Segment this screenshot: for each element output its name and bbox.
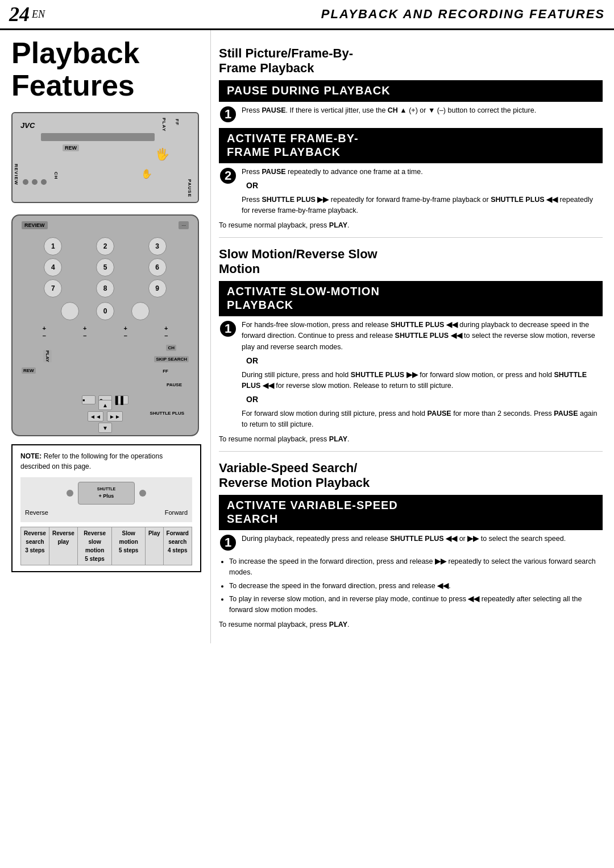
- resume-line-2: To resume normal playback, press PLAY.: [219, 435, 603, 443]
- page-header: 24 EN PLAYBACK AND RECORDING FEATURES: [0, 0, 614, 30]
- step1-pause-row: 1 Press PAUSE. If there is vertical jitt…: [219, 105, 603, 123]
- note-box: NOTE: Refer to the following for the ope…: [11, 444, 201, 572]
- shuttle-col-rev-play: Reverseplay: [49, 527, 77, 565]
- remote-btn-1[interactable]: 1: [44, 237, 62, 255]
- shuttle-col-play: Play: [145, 527, 163, 565]
- vcr-tape-slot: [41, 133, 155, 141]
- vcr-ff-label: FF: [175, 119, 180, 126]
- remote-up-btn[interactable]: ▲: [98, 400, 112, 410]
- remote-right-btn[interactable]: ►►: [107, 411, 123, 421]
- step2-frame-content: Press PAUSE repeatedly to advance one fr…: [242, 167, 603, 217]
- vcr-brand-label: JVC: [20, 121, 35, 130]
- page-number-suffix: EN: [32, 9, 45, 20]
- shuttle-left-arrow: [67, 490, 73, 497]
- remote-plus-group-3: + –: [124, 325, 127, 339]
- vcr-dot-1: [23, 179, 28, 185]
- step-slow-content: For hands-free slow-motion, press and re…: [242, 320, 603, 431]
- minus-icon-4: –: [164, 332, 168, 339]
- step1-pause-title: PAUSE DURING PLAYBACK: [227, 84, 595, 97]
- step-slow-row: 1 For hands-free slow-motion, press and …: [219, 320, 603, 431]
- step-var-content: During playback, repeatedly press and re…: [242, 534, 603, 544]
- shuttle-col-slow: Slow motion5 steps: [112, 527, 146, 565]
- plus-icon-2: +: [83, 325, 86, 332]
- or-divider-1: OR: [246, 180, 603, 192]
- remote-top: REVIEW ···: [13, 216, 198, 232]
- remote-btn-4[interactable]: 4: [44, 258, 62, 276]
- step2-frame-row: 2 Press PAUSE repeatedly to advance one …: [219, 167, 603, 217]
- hand-icon: 🖐: [155, 147, 169, 161]
- step-slow-title: ACTIVATE SLOW-MOTIONPLAYBACK: [227, 284, 595, 312]
- remote-left-btn[interactable]: ◄◄: [88, 411, 103, 421]
- step-var-row: 1 During playback, repeatedly press and …: [219, 534, 603, 552]
- vcr-review-label: REVIEW: [14, 164, 19, 185]
- step-var-bullets: To increase the speed in the forward dir…: [229, 556, 603, 616]
- minus-icon-2: –: [83, 332, 86, 339]
- remote-lr-row: ◄◄ ►►: [88, 411, 123, 421]
- shuttle-forward-label: Forward: [165, 508, 188, 518]
- remote-btn-9[interactable]: 9: [148, 279, 167, 297]
- remote-btn-2[interactable]: 2: [96, 237, 114, 255]
- remote-btn-6[interactable]: 6: [148, 258, 167, 276]
- remote-down-btn[interactable]: ▼: [98, 423, 112, 433]
- page-number: 24: [9, 2, 30, 26]
- vcr-pause-label: PAUSE: [187, 179, 192, 197]
- minus-icon-3: –: [124, 332, 127, 339]
- step-slow-block: ACTIVATE SLOW-MOTIONPLAYBACK: [219, 281, 603, 316]
- bullet-3: To play in reverse slow motion, and in r…: [229, 594, 603, 616]
- bullet-1: To increase the speed in the forward dir…: [229, 556, 603, 578]
- vcr-dot-3: [41, 179, 47, 185]
- shuttle-diagram-controls: SHUTTLE + Plus: [67, 482, 146, 505]
- section1-heading: Still Picture/Frame-By-Frame Playback: [219, 46, 603, 76]
- plus-icon-3: +: [124, 325, 127, 332]
- remote-btn-blank-right[interactable]: [131, 302, 150, 320]
- step1-number: 1: [219, 105, 237, 123]
- resume-line-1: To resume normal playback, press PLAY.: [219, 221, 603, 229]
- step2-frame-title: ACTIVATE FRAME-BY-FRAME PLAYBACK: [227, 131, 595, 159]
- bullet-2: To decrease the speed in the forward dir…: [229, 581, 603, 592]
- remote-plus-group-1: + –: [43, 325, 46, 339]
- vcr-ch-label: CH: [53, 172, 59, 180]
- remote-btn-5[interactable]: 5: [96, 258, 114, 276]
- shuttle-table: Reversesearch3 steps Reverseplay Reverse…: [20, 527, 192, 565]
- note-text: Refer to the following for the operation…: [20, 452, 163, 470]
- vcr-dots: [23, 179, 47, 185]
- step-var-block: ACTIVATE VARIABLE-SPEEDSEARCH: [219, 495, 603, 530]
- page-title: PlaybackFeatures: [11, 37, 201, 102]
- remote-btn-3[interactable]: 3: [148, 237, 167, 255]
- hand2-icon: ✋: [141, 168, 152, 179]
- main-layout: PlaybackFeatures JVC REW FF PAUSE PLAY R…: [0, 30, 614, 643]
- remote-btn-blank-left[interactable]: [61, 302, 79, 320]
- left-column: PlaybackFeatures JVC REW FF PAUSE PLAY R…: [0, 30, 210, 643]
- remote-numpad: 1 2 3 4 5 6 7 8 9: [13, 234, 198, 301]
- shuttle-col-rev-slow: Reverseslow motion5 steps: [77, 527, 112, 565]
- shuttle-diagram: SHUTTLE + Plus Reverse Forward: [20, 477, 192, 522]
- remote-skip-search-label: SKIP SEARCH: [154, 356, 189, 362]
- header-title: PLAYBACK AND RECORDING FEATURES: [321, 7, 605, 22]
- remote-zero-row: 0: [13, 302, 198, 320]
- resume-line-3: To resume normal playback, press PLAY.: [219, 621, 603, 629]
- remote-rew2-label: REW: [22, 367, 36, 374]
- vcr-play-label: PLAY: [161, 118, 167, 132]
- plus-icon-4: +: [164, 325, 168, 332]
- remote-btn-0[interactable]: 0: [96, 302, 114, 320]
- step2-frame-block: ACTIVATE FRAME-BY-FRAME PLAYBACK: [219, 128, 603, 163]
- remote-pause2-label: PAUSE: [167, 382, 182, 387]
- remote-ff2-label: FF: [163, 369, 168, 374]
- remote-plus-group-2: + –: [83, 325, 86, 339]
- shuttle-box-label: SHUTTLE + Plus: [97, 486, 115, 500]
- shuttle-reverse-label: Reverse: [25, 508, 48, 518]
- shuttle-col-rev-search: Reversesearch3 steps: [21, 527, 49, 565]
- step-var-title: ACTIVATE VARIABLE-SPEEDSEARCH: [227, 498, 595, 526]
- shuttle-plus-box: SHUTTLE + Plus: [78, 482, 135, 505]
- remote-btn-7[interactable]: 7: [44, 279, 62, 297]
- shuttle-label-plus: + Plus: [97, 493, 115, 501]
- remote-btn-8[interactable]: 8: [96, 279, 114, 297]
- minus-icon-1: –: [43, 332, 46, 339]
- or-divider-3: OR: [246, 394, 603, 406]
- step-var-number: 1: [219, 534, 237, 552]
- step1-pause-content: Press PAUSE. If there is vertical jitter…: [242, 105, 603, 116]
- shuttle-direction-labels: Reverse Forward: [25, 508, 188, 518]
- step1-pause-block: PAUSE DURING PLAYBACK: [219, 80, 603, 102]
- shuttle-right-arrow: [139, 490, 146, 497]
- remote-plus-row: + – + – + – + –: [13, 324, 198, 340]
